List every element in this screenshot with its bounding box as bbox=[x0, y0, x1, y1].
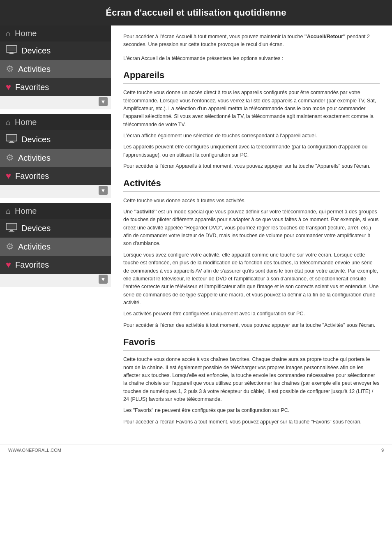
home-label-3: Home bbox=[15, 206, 37, 216]
appareils-p3: Les appareils peuvent être configurés un… bbox=[123, 143, 380, 159]
section-title-appareils: Appareils bbox=[123, 70, 380, 84]
left-panels: ⌂ Home Devices ⚙ Activities bbox=[0, 25, 111, 444]
svg-rect-5 bbox=[7, 135, 16, 140]
nav-devices-2[interactable]: Devices bbox=[0, 130, 111, 149]
devices-icon-2 bbox=[6, 134, 17, 145]
page-footer: WWW.ONEFORALL.COM 9 bbox=[0, 444, 392, 456]
devices-icon-3 bbox=[6, 223, 17, 234]
favoris-p2: Les "Favoris" ne peuvent être configurés… bbox=[123, 407, 380, 414]
home-label-1: Home bbox=[15, 29, 37, 38]
scroll-arrow-3: ▼ bbox=[0, 274, 111, 285]
scroll-down-btn-1[interactable]: ▼ bbox=[99, 97, 108, 106]
svg-rect-11 bbox=[9, 231, 14, 232]
nav-favorites-1[interactable]: ♥ Favorites bbox=[0, 78, 111, 96]
svg-rect-1 bbox=[7, 46, 16, 51]
favoris-p1: Cette touche vous donne accès à vos chaî… bbox=[123, 356, 380, 403]
section-body-favoris: Cette touche vous donne accès à vos chaî… bbox=[123, 356, 380, 426]
activities-label-1: Activities bbox=[18, 65, 51, 74]
scroll-arrow-1: ▼ bbox=[0, 96, 111, 108]
nav-panel-2: ⌂ Home Devices ⚙ Activities bbox=[0, 114, 111, 198]
activites-bold: "activité" bbox=[134, 209, 157, 215]
nav-activities-2[interactable]: ⚙ Activities bbox=[0, 149, 111, 167]
footer-page-number: 9 bbox=[381, 448, 384, 453]
scroll-down-btn-2[interactable]: ▼ bbox=[99, 186, 108, 195]
activites-intro: Cette touche vous donne accès à toutes v… bbox=[123, 197, 380, 205]
intro-para1: Pour accéder à l'écran Accueil à tout mo… bbox=[123, 33, 380, 49]
appareils-p2: L'écran affiche également une sélection … bbox=[123, 132, 380, 140]
svg-rect-10 bbox=[10, 230, 13, 231]
favorites-label-1: Favorites bbox=[15, 83, 49, 92]
activites-p2: Lorsque vous avez configuré votre activi… bbox=[123, 251, 380, 307]
nav-favorites-2[interactable]: ♥ Favorites bbox=[0, 167, 111, 185]
favorites-label-3: Favorites bbox=[15, 260, 49, 270]
activites-p3: Les activités peuvent être configurées u… bbox=[123, 310, 380, 318]
nav-devices-3[interactable]: Devices bbox=[0, 219, 111, 238]
home-label-2: Home bbox=[15, 118, 37, 127]
scroll-down-btn-3[interactable]: ▼ bbox=[99, 275, 108, 284]
favorites-icon-3: ♥ bbox=[6, 259, 11, 270]
svg-rect-2 bbox=[10, 52, 13, 53]
devices-label-2: Devices bbox=[21, 135, 51, 144]
nav-panel-1: ⌂ Home Devices ⚙ Activities bbox=[0, 25, 111, 109]
devices-label-3: Devices bbox=[21, 224, 51, 233]
devices-icon-1 bbox=[6, 45, 17, 56]
svg-rect-3 bbox=[9, 53, 14, 54]
nav-activities-3[interactable]: ⚙ Activities bbox=[0, 238, 111, 256]
footer-website: WWW.ONEFORALL.COM bbox=[8, 448, 61, 453]
favoris-p3: Pour accéder à l'écran Favoris à tout mo… bbox=[123, 418, 380, 426]
activities-icon-3: ⚙ bbox=[6, 241, 14, 252]
header-title: Écran d'accueil et utilisation quotidien… bbox=[106, 7, 286, 18]
section-body-appareils: Cette touche vous donne un accès direct … bbox=[123, 89, 380, 170]
right-panel: Pour accéder à l'écran Accueil à tout mo… bbox=[111, 25, 392, 444]
nav-favorites-3[interactable]: ♥ Favorites bbox=[0, 256, 111, 274]
favorites-icon-1: ♥ bbox=[6, 82, 11, 92]
home-bar-1: ⌂ Home bbox=[0, 25, 111, 42]
svg-rect-6 bbox=[10, 141, 13, 142]
home-icon-2: ⌂ bbox=[6, 118, 11, 127]
favorites-label-2: Favorites bbox=[15, 171, 49, 181]
nav-devices-1[interactable]: Devices bbox=[0, 42, 111, 60]
home-bar-3: ⌂ Home bbox=[0, 203, 111, 219]
appareils-p1: Cette touche vous donne un accès direct … bbox=[123, 89, 380, 129]
home-bar-2: ⌂ Home bbox=[0, 114, 111, 130]
svg-rect-7 bbox=[9, 142, 14, 143]
home-icon-3: ⌂ bbox=[6, 206, 11, 216]
nav-panel-3: ⌂ Home Devices ⚙ Activities bbox=[0, 203, 111, 287]
appareils-p4: Pour accéder à l'écran Appareils à tout … bbox=[123, 162, 380, 170]
favorites-icon-2: ♥ bbox=[6, 171, 11, 181]
devices-label-1: Devices bbox=[21, 46, 51, 56]
intro-bold: "Accueil/Retour" bbox=[304, 34, 346, 39]
activities-label-3: Activities bbox=[18, 242, 51, 252]
section-title-favoris: Favoris bbox=[123, 337, 380, 351]
activities-icon-1: ⚙ bbox=[6, 64, 14, 74]
scroll-arrow-2: ▼ bbox=[0, 185, 111, 197]
nav-activities-1[interactable]: ⚙ Activities bbox=[0, 60, 111, 78]
activites-p4: Pour accéder à l'écran des activités à t… bbox=[123, 321, 380, 329]
page-header: Écran d'accueil et utilisation quotidien… bbox=[0, 0, 392, 25]
activites-bold-para: Une "activité" est un mode spécial que v… bbox=[123, 208, 380, 248]
svg-rect-9 bbox=[7, 224, 16, 229]
activities-icon-2: ⚙ bbox=[6, 153, 14, 163]
home-icon-1: ⌂ bbox=[6, 29, 11, 38]
section-title-activites: Activités bbox=[123, 178, 380, 192]
section-body-activites: Cette touche vous donne accès à toutes v… bbox=[123, 197, 380, 330]
activities-label-2: Activities bbox=[18, 153, 51, 163]
intro-para2: L'écran Accueil de la télécommande prése… bbox=[123, 55, 380, 62]
